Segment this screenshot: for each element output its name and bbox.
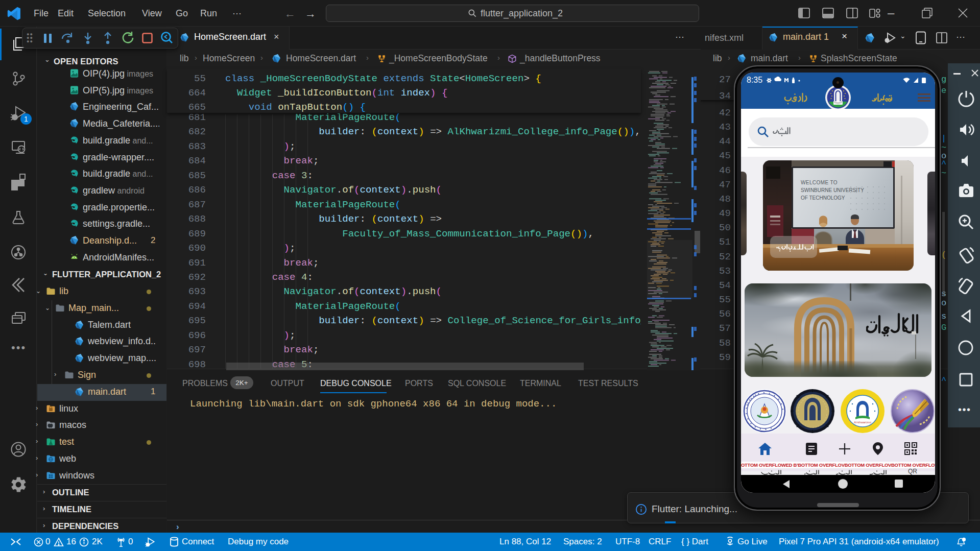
svg-text:Al-khwarizmi: Al-khwarizmi [854,421,871,424]
